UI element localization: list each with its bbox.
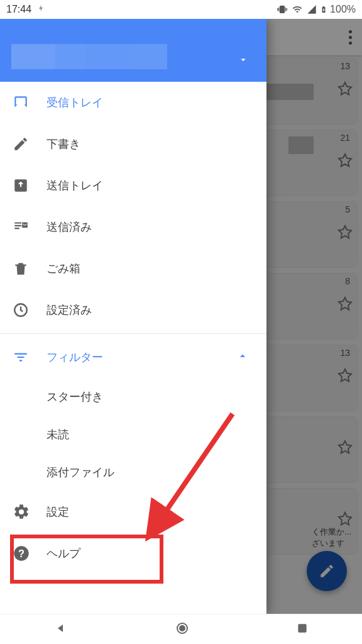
wifi-icon xyxy=(291,4,304,14)
outbox-icon xyxy=(13,177,47,194)
drawer-item-label: 設定 xyxy=(47,504,69,519)
drawer-item-inbox[interactable]: 受信トレイ xyxy=(0,82,266,123)
navigation-drawer: 受信トレイ 下書き 送信トレイ 送信済み ごみ箱 設定済み xyxy=(0,19,266,614)
system-nav-bar xyxy=(0,614,362,644)
svg-point-5 xyxy=(180,626,185,631)
nav-back-icon[interactable] xyxy=(53,621,69,638)
drawer-filter-unread[interactable]: 未読 xyxy=(0,416,266,453)
trash-icon xyxy=(13,260,47,277)
sent-icon xyxy=(13,219,47,235)
drawer-item-label: 添付ファイル xyxy=(47,465,114,480)
drawer-item-outbox[interactable]: 送信トレイ xyxy=(0,165,266,206)
drawer-item-label: 未読 xyxy=(47,427,69,442)
charge-icon xyxy=(36,3,45,16)
chevron-up-icon xyxy=(236,350,249,365)
signal-icon xyxy=(306,4,317,14)
help-icon: ? xyxy=(13,545,47,562)
drawer-item-label: 下書き xyxy=(47,136,80,152)
drawer-item-label: 送信済み xyxy=(47,219,92,235)
drawer-item-drafts[interactable]: 下書き xyxy=(0,123,266,165)
drawer-item-sent[interactable]: 送信済み xyxy=(0,206,266,248)
vibrate-icon xyxy=(276,4,288,14)
drawer-filter-header[interactable]: フィルター xyxy=(0,336,266,378)
drawer-item-label: ヘルプ xyxy=(47,546,80,561)
nav-recent-icon[interactable] xyxy=(296,622,309,637)
drawer-item-trash[interactable]: ごみ箱 xyxy=(0,248,266,289)
status-time: 17:44 xyxy=(6,4,31,15)
drawer-item-label: ごみ箱 xyxy=(47,261,80,276)
drawer-header[interactable] xyxy=(0,19,266,82)
battery-icon xyxy=(320,4,327,15)
svg-text:?: ? xyxy=(18,548,25,559)
pencil-icon xyxy=(13,136,47,152)
inbox-icon xyxy=(13,94,47,111)
account-dropdown-icon[interactable] xyxy=(238,54,249,68)
filter-icon xyxy=(13,349,47,365)
nav-home-icon[interactable] xyxy=(175,621,190,638)
divider xyxy=(0,333,266,334)
drawer-filter-starred[interactable]: スター付き xyxy=(0,378,266,416)
battery-percent: 100% xyxy=(330,4,356,15)
status-icons-right: 100% xyxy=(276,4,356,15)
status-bar: 17:44 100% xyxy=(0,0,362,19)
drawer-item-label: 受信トレイ xyxy=(47,95,103,110)
drawer-item-scheduled[interactable]: 設定済み xyxy=(0,289,266,331)
clock-icon xyxy=(13,302,47,318)
svg-rect-6 xyxy=(299,624,307,632)
drawer-filter-attach[interactable]: 添付ファイル xyxy=(0,453,266,491)
drawer-item-label: フィルター xyxy=(47,350,103,365)
drawer-item-settings[interactable]: 設定 xyxy=(0,491,266,533)
drawer-menu: 受信トレイ 下書き 送信トレイ 送信済み ごみ箱 設定済み xyxy=(0,82,266,614)
drawer-item-label: スター付き xyxy=(47,389,103,404)
drawer-item-label: 送信トレイ xyxy=(47,178,103,193)
drawer-item-help[interactable]: ? ヘルプ xyxy=(0,533,266,574)
drawer-item-label: 設定済み xyxy=(47,303,92,318)
gear-icon xyxy=(13,503,47,521)
